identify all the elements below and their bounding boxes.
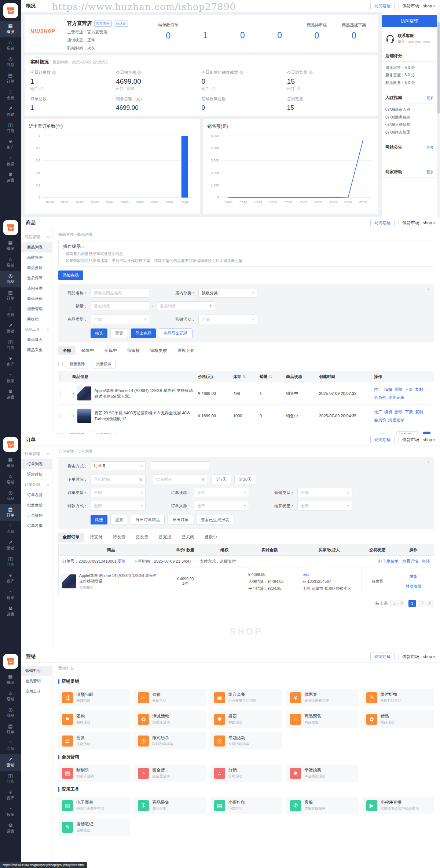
page-number[interactable]: 1 — [408, 600, 416, 607]
number-stepper-icon[interactable]: ▲▼ — [210, 304, 212, 308]
list-item[interactable]: 07/09商家规则 — [385, 113, 434, 121]
user-menu[interactable]: shop ▾ — [423, 221, 435, 225]
batch-delete-button[interactable]: 批量删除 — [66, 360, 89, 368]
sidebar-item-店铺[interactable]: ⌂店铺 — [0, 37, 21, 54]
stat-value[interactable]: 0 — [336, 31, 373, 41]
visit-shop-button[interactable]: 访问店铺 — [370, 2, 395, 10]
help-icon[interactable]: ? — [52, 70, 56, 75]
sidebar-item-店铺[interactable]: ⌂店铺 — [0, 254, 21, 271]
collapse-icon[interactable]: ∨ — [427, 460, 430, 464]
sidebar-item-商品[interactable]: ◎商品 — [0, 271, 21, 287]
search-input[interactable] — [151, 461, 209, 471]
删除-link[interactable]: 删除 — [395, 410, 403, 414]
sidebar-item-营销[interactable]: ↗营销 — [0, 754, 21, 771]
编辑-link[interactable]: 编辑 — [384, 410, 392, 414]
sidebar-item-设置[interactable]: ⚙设置 — [0, 170, 21, 186]
tab-待审核[interactable]: 待审核 — [123, 346, 144, 355]
marketing-tool-刮刮乐[interactable]: ▤刮刮乐刮刮乐活动 — [58, 765, 130, 782]
user-menu[interactable]: shop ▾ — [423, 437, 435, 442]
marketing-tool-商品采集[interactable]: ↧商品采集商品采集 — [134, 797, 206, 814]
marketing-tool-专题活动[interactable]: ◎专题活动专题活动功能 — [210, 732, 282, 749]
推广-link[interactable]: 推广 — [374, 387, 382, 392]
sidebar-item-营销[interactable]: ↗营销 — [0, 537, 21, 554]
submenu-item-相册管理[interactable]: 相册管理 — [21, 304, 52, 314]
sort-icon[interactable]: ⇅ — [241, 374, 246, 379]
submenu-item-店内分类[interactable]: 店内分类 — [21, 283, 52, 294]
重置-button[interactable]: 重置 — [110, 328, 128, 338]
sidebar-item-店铺[interactable]: ⌂店铺 — [0, 471, 21, 488]
edit-address-link[interactable]: 修改地址 — [396, 584, 431, 589]
浏览记录-link[interactable]: 浏览记录 — [388, 418, 404, 422]
list-item[interactable]: 服务态度：5.0 分 — [385, 71, 434, 79]
list-item[interactable]: 配送服务：5.0 分 — [385, 79, 434, 86]
add-goods-button[interactable]: 添加商品 — [58, 270, 83, 280]
sidebar-item-门店[interactable]: ◫门店 — [0, 554, 21, 570]
submenu-item-品牌管理[interactable]: 品牌管理 — [21, 253, 52, 263]
tab-退款中[interactable]: 退款中 — [200, 533, 222, 542]
start-date-input[interactable]: 开始时间⊞ — [91, 475, 146, 484]
sidebar-item-订单[interactable]: ▤订单 — [0, 287, 21, 304]
promo-select[interactable]: 全部▼ — [198, 315, 257, 324]
sidebar-item-概况[interactable]: ▦概况 — [0, 455, 21, 471]
submenu-group-商品工具[interactable]: 商品工具∨ — [21, 324, 52, 335]
expand-icon[interactable]: + — [72, 414, 74, 418]
tab-已发货[interactable]: 已发货 — [131, 533, 153, 542]
submenu-item-应用工具[interactable]: 应用工具 — [21, 686, 52, 697]
view-detail-link[interactable]: 查看详情 — [402, 559, 418, 564]
more-link[interactable]: 更多 — [118, 559, 126, 563]
help-icon[interactable]: ? — [138, 70, 142, 75]
sidebar-item-概况[interactable]: ▦概况 — [0, 21, 21, 37]
submenu-item-商品采集[interactable]: 商品采集 — [21, 345, 52, 355]
submenu-group-商品管理[interactable]: 商品管理∨ — [21, 232, 52, 242]
sales-min-input[interactable]: 最低销量 — [91, 301, 149, 311]
submenu-item-回收站[interactable]: 回收站 — [21, 314, 52, 324]
print-ship-link[interactable]: 打印发货单 — [378, 559, 399, 564]
sidebar-item-数据[interactable]: ◔数据 — [0, 370, 21, 386]
submenu-item-商品列表[interactable]: 商品列表 — [21, 242, 52, 253]
marketing-tool-砸金蛋[interactable]: ◔砸金蛋砸金蛋活动 — [134, 765, 206, 782]
sidebar-item-设置[interactable]: ⚙设置 — [0, 603, 21, 620]
visit-shop-button[interactable]: 访问店铺 — [370, 653, 395, 661]
marketing-tool-满额包邮[interactable]: ⇶满额包邮满额包邮 — [58, 689, 130, 706]
sidebar-item-资产[interactable]: ¥资产 — [0, 570, 21, 587]
end-date-input[interactable]: 结束时间⊞ — [153, 475, 208, 484]
导出订单-button[interactable]: 导出订单 — [168, 515, 193, 524]
goods-name-input[interactable]: 请输入商品名称 — [91, 288, 149, 298]
导出订单商品-button[interactable]: 导出订单商品 — [131, 515, 165, 524]
导出商品-button[interactable]: 导出商品 — [131, 328, 156, 338]
help-icon[interactable]: ? — [309, 70, 313, 75]
sidebar-item-会员[interactable]: ♡会员 — [0, 304, 21, 320]
stat-value[interactable]: 0 — [298, 31, 335, 41]
submenu-item-售后保障[interactable]: 售后保障 — [21, 273, 52, 283]
marketing-tool-店铺笔记[interactable]: ✎店铺笔记店铺笔记 — [58, 818, 130, 836]
batch-set-button[interactable]: 批量设置 — [92, 431, 115, 434]
expand-icon[interactable]: + — [72, 391, 74, 396]
submenu-item-营销中心[interactable]: 营销中心 — [21, 666, 52, 676]
submenu-item-商品导入[interactable]: 商品导入 — [21, 335, 52, 345]
goods-type-select[interactable]: 全部▼ — [91, 315, 149, 324]
list-item[interactable]: 07/09入驻须知 — [385, 121, 434, 128]
supply-market-link[interactable]: 供货市场 — [402, 3, 419, 9]
删除-link[interactable]: 删除 — [395, 387, 403, 392]
list-item[interactable]: 描述相符：5.0 分 — [385, 64, 434, 71]
ship-link[interactable]: 发货 — [396, 574, 431, 579]
submenu-item-订单核销[interactable]: 订单核销 — [21, 511, 52, 521]
tab-全部订单[interactable]: 全部订单 — [58, 533, 84, 542]
编辑-link[interactable]: 编辑 — [384, 387, 392, 392]
prev-page-button[interactable]: 上一页 — [390, 600, 406, 607]
sidebar-item-订单[interactable]: ▤订单 — [0, 70, 21, 87]
filter-select[interactable]: 全部▼ — [297, 488, 352, 497]
visit-shop-button[interactable]: 访问店铺 — [382, 15, 437, 27]
筛选-button[interactable]: 筛选 — [91, 328, 107, 338]
supply-market-link[interactable]: 供货市场 — [402, 220, 419, 226]
submenu-item-订单发货[interactable]: 订单发货 — [21, 490, 52, 500]
collapse-icon[interactable]: ∨ — [427, 287, 430, 291]
batch-set-button[interactable]: 批量设置 — [92, 360, 115, 368]
visit-shop-button[interactable]: 访问店铺 — [370, 219, 395, 227]
filter-select[interactable]: 全部▼ — [194, 488, 249, 497]
marketing-tool-组合套餐[interactable]: ▣组合套餐组合套餐活动功能 — [210, 689, 282, 706]
marketing-tool-限时秒杀[interactable]: ◷限时秒杀限时秒杀功能 — [134, 732, 206, 749]
sidebar-item-商品[interactable]: ◎商品 — [0, 54, 21, 70]
product-name[interactable]: 麦芒 20 5G手机 6400万超清影像 6.8 无界全视屏 40W Turbo… — [94, 410, 195, 422]
marketing-tool-优惠券[interactable]: ¥优惠券会员优惠券功能 — [286, 689, 358, 706]
